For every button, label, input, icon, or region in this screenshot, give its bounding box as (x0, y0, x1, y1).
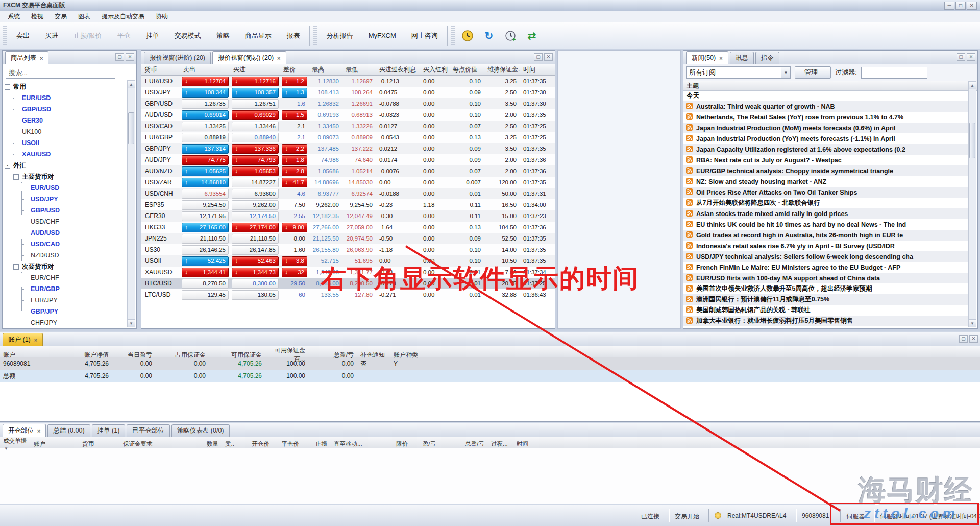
quote-row[interactable]: EUR/USD↓1.12704↓1.12716↓1.21.128301.1269… (141, 76, 555, 87)
close-icon[interactable]: ✕ (967, 2, 977, 10)
quote-row[interactable]: ESP359,254.509,262.007.509,262.009,254.5… (141, 199, 555, 210)
close-icon[interactable]: × (37, 428, 40, 434)
restore-icon[interactable]: ▢ (957, 53, 965, 61)
buy-price-button[interactable]: ↓1.12716 (232, 77, 279, 86)
buy-price-button[interactable]: ↓27,174.00 (232, 223, 279, 232)
buy-price-button[interactable]: 9,262.00 (232, 200, 279, 210)
tree-item[interactable]: -主要货币对 (13, 171, 126, 182)
myfxcm-button[interactable]: MyFXCM (361, 23, 404, 48)
news-scrollbar[interactable]: ▲ ▼ (968, 81, 976, 327)
tab-positions-1[interactable]: 总结 (0.00) (47, 424, 90, 437)
news-item[interactable]: 美国削减韩国热轧钢产品的关税 - 韩联社 (683, 305, 968, 316)
column-header[interactable]: 每点价值 (450, 65, 484, 74)
column-header[interactable]: 时间 (513, 440, 542, 448)
buy-price-button[interactable]: 26,147.85 (232, 245, 279, 255)
news-item[interactable]: Australia: Third weak quarter of growth … (683, 101, 968, 112)
news-item[interactable]: Oil Prices Rise After Attacks on Two Oil… (683, 187, 968, 198)
news-item[interactable]: Gold trades at record high in Australia,… (683, 230, 968, 241)
news-item[interactable]: RBA: Next rate cut is July or August? - … (683, 155, 968, 165)
close-icon[interactable]: × (277, 55, 280, 61)
scroll-down-icon[interactable]: ▼ (969, 319, 976, 327)
quote-row[interactable]: AUD/JPY↓74.775↓74.793↓1.874.98674.6400.0… (141, 154, 555, 165)
column-header[interactable]: 买进 (230, 65, 280, 74)
column-header[interactable]: 维持保证金... (484, 65, 520, 74)
sell-price-button[interactable]: ↑1.05625 (182, 166, 229, 176)
tab-accounts[interactable]: 账户 (1) × (3, 333, 43, 346)
sell-price-button[interactable]: 21,110.50 (182, 234, 229, 244)
spread-cell[interactable]: ↓1.5 (282, 110, 307, 120)
quote-row[interactable]: HKG33↑27,165.00↓27,174.00↓9.0027,266.002… (141, 222, 555, 233)
tab-symbol-list[interactable]: 商品列表 × (5, 51, 48, 64)
sell-price-button[interactable]: ↑14.86810 (182, 178, 229, 187)
buy-price-button[interactable]: ↓1,344.73 (232, 268, 279, 277)
tab-positions-3[interactable]: 已平仓部位 (127, 424, 170, 437)
column-header[interactable]: 限价 (386, 440, 411, 448)
column-header[interactable]: 账户 (31, 440, 79, 448)
quote-row[interactable]: USD/CAD1.334251.334462.11.334501.332260.… (141, 121, 555, 132)
buy-price-button[interactable]: ↓52.463 (232, 256, 279, 266)
quote-row[interactable]: USD/ZAR↑14.8681014.87227↓41.714.8869614.… (141, 177, 555, 188)
history-icon[interactable] (503, 28, 518, 43)
scrollbar-thumb[interactable] (128, 112, 134, 144)
account-row[interactable]: 960890814,705.260.000.004,705.26100.000.… (0, 357, 980, 370)
scrollbar-thumb[interactable] (969, 123, 975, 158)
menu-item[interactable]: 协助 (150, 11, 174, 22)
news-item[interactable]: NZ: Slow and steady housing market - ANZ (683, 176, 968, 187)
tab-messages[interactable]: 讯息 (730, 52, 754, 64)
scroll-down-icon[interactable]: ▼ (128, 319, 135, 327)
quote-row[interactable]: JPN22521,110.5021,118.508.0021,125.5020,… (141, 233, 555, 244)
buy-price-button[interactable]: ↑108.357 (232, 88, 279, 98)
tree-item[interactable]: CHF/JPY (22, 317, 126, 326)
column-header[interactable]: 时间 (520, 65, 551, 74)
column-header[interactable]: 止损 (303, 440, 331, 448)
sell-price-button[interactable]: 26,146.25 (182, 245, 229, 255)
column-header[interactable]: 买进过夜利息 (376, 65, 420, 74)
filter-input[interactable] (861, 67, 927, 79)
news-item[interactable]: 加拿大丰业银行：就业增长疲弱料打压5月美国零售销售 (683, 316, 968, 326)
undo-icon[interactable]: ↻ (481, 28, 497, 43)
news-item[interactable]: Indonesia's retail sales rise 6.7% y/y i… (683, 241, 968, 251)
buy-price-button[interactable]: 12,174.50 (232, 211, 279, 221)
search-input[interactable] (6, 67, 115, 79)
column-header[interactable]: 过夜... (488, 440, 513, 448)
spread-cell[interactable]: ↑1.3 (282, 88, 307, 98)
news-item[interactable]: Japan Industrial Production (YoY) meets … (683, 133, 968, 144)
quote-row[interactable]: GER3012,171.9512,174.502.5512,182.3512,0… (141, 210, 555, 222)
tree-item[interactable]: XAU/USD (13, 149, 126, 160)
tree-item[interactable]: USD/CHF (22, 216, 126, 227)
quote-row[interactable]: GBP/USD1.267351.267511.61.268321.26691-0… (141, 98, 555, 109)
buy-price-button[interactable]: 1.33446 (232, 122, 279, 131)
sell-price-button[interactable]: ↑52.425 (182, 256, 229, 266)
tab-positions-2[interactable]: 挂单 (1) (92, 424, 126, 437)
tab-positions-4[interactable]: 策略仪表盘 (0/0) (172, 424, 230, 437)
menu-item[interactable]: 图表 (72, 11, 96, 22)
buy-price-button[interactable]: ↓137.336 (232, 144, 279, 154)
restore-icon[interactable]: ▢ (115, 53, 124, 61)
quote-row[interactable]: US3026,146.2526,147.851.6026,155.8026,06… (141, 244, 555, 255)
column-header[interactable]: 买入红利 (420, 65, 450, 74)
quote-row[interactable]: USD/CNH6.935546.936004.66.937776.92574-0… (141, 188, 555, 199)
quote-row[interactable]: BTC/USD8,270.508,300.0029.508,385.008,20… (141, 278, 555, 289)
quote-row[interactable]: AUD/NZD↑1.05625↓1.05653↓2.81.056861.0521… (141, 165, 555, 177)
sell-price-button[interactable]: 1.33425 (182, 122, 229, 131)
close-icon[interactable]: × (34, 337, 37, 343)
tree-item[interactable]: EUR/USD (22, 182, 126, 194)
tree-item[interactable]: EUR/USD (13, 92, 126, 104)
news-item[interactable]: USD/JPY technical analysis: Sellers foll… (683, 251, 968, 262)
clock-icon[interactable] (460, 28, 475, 43)
online-support-button[interactable]: 网上咨询 (404, 23, 446, 48)
pending-order-button[interactable]: 挂单 (138, 23, 167, 48)
sell-price-button[interactable]: 8,270.50 (182, 279, 229, 289)
tree-item[interactable]: GBP/JPY (22, 306, 126, 317)
column-header[interactable]: 当日盈亏 (112, 351, 156, 360)
close-icon[interactable]: × (719, 55, 722, 61)
buy-price-button[interactable]: 130.05 (232, 290, 279, 300)
spread-cell[interactable]: ↓32 (282, 268, 307, 277)
tab-quote-simple[interactable]: 报价视窗(简易) (20) × (212, 51, 286, 64)
buy-price-button[interactable]: 0.88940 (232, 133, 279, 142)
minimize-icon[interactable]: ─ (944, 2, 954, 10)
news-item[interactable]: Japan Industrial Production (MoM) meets … (683, 123, 968, 133)
spread-cell[interactable]: ↓41.7 (282, 178, 307, 187)
sell-price-button[interactable]: ↑0.69014 (182, 110, 229, 120)
collapse-icon[interactable]: - (13, 174, 19, 180)
